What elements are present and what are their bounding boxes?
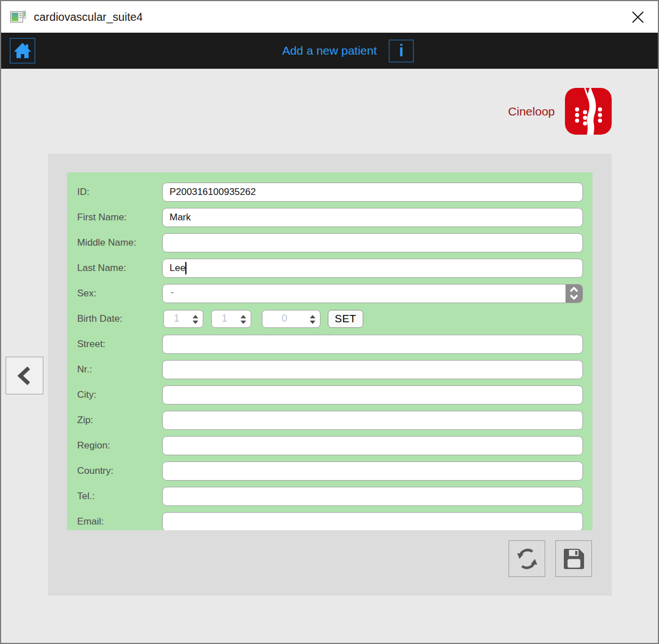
birth-year-value: 0 <box>262 313 306 325</box>
region-input[interactable] <box>162 436 583 455</box>
cineloop-block: Cineloop <box>508 88 612 135</box>
spin-arrows-icon[interactable] <box>309 314 316 325</box>
text-cursor <box>185 262 186 274</box>
chevron-left-icon <box>15 365 34 387</box>
form-row-first-name: First Name: <box>67 205 593 230</box>
birth-month-value: 1 <box>212 313 237 325</box>
zip-input[interactable] <box>162 411 583 430</box>
combobox-spinner[interactable] <box>566 285 582 303</box>
set-birth-date-button[interactable]: SET <box>328 310 363 328</box>
street-input[interactable] <box>162 335 583 354</box>
field-label: Birth Date: <box>77 313 162 325</box>
chevron-up-icon <box>569 286 579 293</box>
cineloop-icon[interactable] <box>565 88 612 135</box>
cineloop-label: Cineloop <box>508 105 555 118</box>
field-label: Nr.: <box>77 364 162 375</box>
save-button[interactable] <box>555 540 592 577</box>
sex-combobox[interactable]: - <box>162 284 583 303</box>
field-label: Middle Name: <box>77 237 162 248</box>
field-label: First Name: <box>77 212 162 223</box>
close-icon <box>630 10 645 25</box>
birth-year-spinbox[interactable]: 0 <box>262 310 320 328</box>
first-name-input[interactable] <box>162 208 583 227</box>
page-title: Add a new patient <box>1 33 658 69</box>
form-row-last-name: Last Name: <box>67 255 593 281</box>
spin-arrows-icon[interactable] <box>192 314 199 325</box>
form-row-country: Country: <box>67 458 593 483</box>
email-input[interactable] <box>162 512 583 531</box>
field-label: Email: <box>77 516 162 527</box>
form-row-street: Street: <box>67 331 593 357</box>
country-input[interactable] <box>162 461 583 481</box>
form-row-middle-name: Middle Name: <box>67 230 593 255</box>
form-row-nr: Nr.: <box>67 357 593 382</box>
field-label: Region: <box>77 440 162 451</box>
save-floppy-icon <box>562 547 586 571</box>
spin-arrows-icon[interactable] <box>240 314 247 325</box>
field-label: Street: <box>77 339 162 350</box>
content-area: Cineloop <box>1 69 658 643</box>
last-name-input[interactable] <box>162 259 583 278</box>
form-row-email: Email: <box>67 509 593 530</box>
birth-day-spinbox[interactable]: 1 <box>163 310 203 328</box>
field-label: Country: <box>77 465 162 477</box>
field-label: City: <box>77 389 162 401</box>
birth-day-value: 1 <box>164 313 189 325</box>
info-button[interactable]: i <box>389 39 414 63</box>
field-label: Sex: <box>77 288 162 299</box>
app-window-icon <box>10 11 26 24</box>
birth-month-spinbox[interactable]: 1 <box>211 310 251 328</box>
form-row-region: Region: <box>67 433 593 458</box>
refresh-icon <box>515 547 539 571</box>
sex-value: - <box>171 287 174 298</box>
title-bar: cardiovascular_suite4 <box>1 1 658 33</box>
field-label: Zip: <box>77 415 162 426</box>
form-row-sex: Sex: - <box>67 281 593 306</box>
toolbar: Add a new patient i <box>1 33 658 69</box>
id-input[interactable] <box>162 183 583 202</box>
middle-name-input[interactable] <box>162 233 583 252</box>
form-row-city: City: <box>67 382 593 407</box>
window-title: cardiovascular_suite4 <box>34 11 143 24</box>
field-label: Last Name: <box>77 263 162 274</box>
field-label: ID: <box>77 186 162 198</box>
form-row-zip: Zip: <box>67 407 593 433</box>
city-input[interactable] <box>162 385 583 405</box>
refresh-button[interactable] <box>509 540 545 577</box>
form-row-id: ID: <box>67 179 593 205</box>
back-button[interactable] <box>6 357 43 394</box>
tel-input[interactable] <box>162 487 583 506</box>
patient-form: ID: First Name: Middle Name: Last Name: <box>67 172 593 530</box>
app-window: cardiovascular_suite4 Add a new pati <box>0 0 659 644</box>
info-icon: i <box>399 42 403 60</box>
nr-input[interactable] <box>162 360 583 379</box>
field-label: Tel.: <box>77 491 162 502</box>
patient-panel: ID: First Name: Middle Name: Last Name: <box>48 154 612 596</box>
form-row-tel: Tel.: <box>67 483 593 509</box>
chevron-down-icon <box>569 294 579 300</box>
form-row-birth-date: Birth Date: 1 1 <box>67 306 593 331</box>
close-button[interactable] <box>623 1 652 33</box>
